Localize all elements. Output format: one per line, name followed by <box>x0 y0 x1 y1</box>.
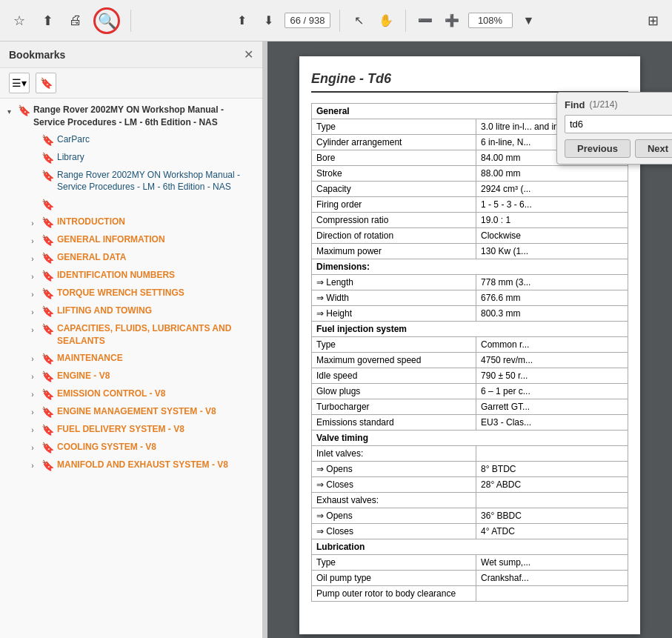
bookmark-intro-icon: 🔖 <box>41 216 54 228</box>
find-next-button[interactable]: Next <box>635 139 672 158</box>
row-exclose-label: ⇒ Closes <box>312 524 476 539</box>
table-row: ⇒ Width 676.6 mm <box>312 290 628 306</box>
section-dims-label: Dimensions: <box>312 259 628 275</box>
row-oilpump-value: Crankshaf... <box>476 571 628 586</box>
bookmark-torque[interactable]: › 🔖 TORQUE WRENCH SETTINGS <box>0 285 262 302</box>
row-lubtype-value: Wet sump,... <box>476 555 628 571</box>
toolbar: ☆ ⬆ 🖨 🔍 ⬆ ⬇ 66 / 938 ↖ ✋ ➖ ➕ 108% ▼ ⊞ <box>0 0 672 41</box>
bookmark-intro[interactable]: › 🔖 INTRODUCTION <box>0 213 262 231</box>
table-row: Oil pump type Crankshaf... <box>312 571 628 586</box>
page-info[interactable]: 66 / 938 <box>285 13 330 28</box>
bookmark-root-label: Range Rover 2002MY ON Workshop Manual - … <box>33 104 256 129</box>
bookmark-gendata-icon: 🔖 <box>41 252 54 264</box>
section-fuel: Fuel injection system <box>312 322 628 337</box>
toggle-enginev8[interactable]: › <box>27 371 39 383</box>
cursor-icon[interactable]: ↖ <box>349 10 370 31</box>
bookmark-root[interactable]: ▾ 🔖 Range Rover 2002MY ON Workshop Manua… <box>0 102 262 131</box>
page-title: Engine - Td6 <box>311 71 628 93</box>
table-row: Direction of rotation Clockwise <box>312 228 628 244</box>
bookmark-enginev8[interactable]: › 🔖 ENGINE - V8 <box>0 368 262 385</box>
bookmark-library[interactable]: 🔖 Library <box>0 149 262 167</box>
bookmark-carparc[interactable]: 🔖 CarParc <box>0 131 262 149</box>
row-exopen-value: 36° BBDC <box>476 508 628 524</box>
page-title-model: Td6 <box>367 71 391 86</box>
zoom-dropdown-icon[interactable]: ▼ <box>519 10 539 31</box>
sidebar-title: Bookmarks <box>9 49 65 61</box>
toggle-emission[interactable]: › <box>27 389 39 401</box>
row-inopen-value: 8° BTDC <box>476 462 628 477</box>
row-power-label: Maximum power <box>312 244 476 259</box>
section-lub-label: Lubrication <box>316 542 365 552</box>
toggle-fuel[interactable]: › <box>27 425 39 436</box>
upload-icon[interactable]: ⬆ <box>37 10 58 31</box>
hand-icon[interactable]: ✋ <box>376 10 396 31</box>
bookmark-lifting-label: LIFTING AND TOWING <box>57 305 152 317</box>
main-area: Bookmarks ✕ ☰▾ 🔖 ▾ 🔖 Range Rover 2002MY … <box>0 41 672 638</box>
row-rot-label: Direction of rotation <box>312 228 476 244</box>
row-stroke-value: 88.00 mm <box>476 166 628 182</box>
row-power-value: 130 Kw (1... <box>476 244 628 259</box>
bookmark-capacities-label: CAPACITIES, FLUIDS, LUBRICANTS AND SEALA… <box>57 322 256 348</box>
separator-2 <box>339 10 340 32</box>
bookmark-gendata[interactable]: › 🔖 GENERAL DATA <box>0 249 262 267</box>
search-icon[interactable]: 🔍 <box>93 7 120 34</box>
toggle-idnumbers[interactable]: › <box>27 270 39 282</box>
bookmark-emission-label: EMISSION CONTROL - V8 <box>57 388 165 400</box>
bookmark-geninfo[interactable]: › 🔖 GENERAL INFORMATION <box>0 231 262 249</box>
bookmark-fuel[interactable]: › 🔖 FUEL DELIVERY SYSTEM - V8 <box>0 421 262 439</box>
page-current: 66 <box>290 15 300 26</box>
sidebar-content: ▾ 🔖 Range Rover 2002MY ON Workshop Manua… <box>0 99 262 638</box>
sidebar-toggle-icon[interactable]: ⊞ <box>642 10 663 31</box>
bookmark-engmgmt[interactable]: › 🔖 ENGINE MANAGEMENT SYSTEM - V8 <box>0 403 262 421</box>
row-wid-value: 676.6 mm <box>476 290 628 306</box>
bookmark-emission[interactable]: › 🔖 EMISSION CONTROL - V8 <box>0 385 262 403</box>
toggle-root[interactable]: ▾ <box>3 105 15 117</box>
bookmark-maintenance[interactable]: › 🔖 MAINTENANCE <box>0 350 262 368</box>
sidebar-view-btn[interactable]: ☰▾ <box>9 73 30 93</box>
row-pumpclear-value <box>476 586 628 602</box>
bookmark-blank[interactable]: 🔖 <box>0 196 262 213</box>
toggle-engmgmt[interactable]: › <box>27 407 39 419</box>
toggle-cooling[interactable]: › <box>27 442 39 454</box>
spec-table: General Type 3.0 litre in-l... and inter… <box>311 103 628 602</box>
bookmark-engmgmt-label: ENGINE MANAGEMENT SYSTEM - V8 <box>57 405 216 418</box>
bookmark-idnumbers[interactable]: › 🔖 IDENTIFICATION NUMBERS <box>0 267 262 285</box>
zoom-out-icon[interactable]: ➖ <box>415 10 436 31</box>
section-valve-label: Valve timing <box>316 433 368 443</box>
bookmark-capacities[interactable]: › 🔖 CAPACITIES, FLUIDS, LUBRICANTS AND S… <box>0 320 262 350</box>
toggle-blank <box>27 199 39 211</box>
toggle-gendata[interactable]: › <box>27 253 39 265</box>
bookmark-carparc-icon: 🔖 <box>41 134 54 146</box>
zoom-level[interactable]: 108% <box>468 13 513 28</box>
find-previous-button[interactable]: Previous <box>565 139 631 158</box>
bookmark-icon[interactable]: ☆ <box>9 10 30 31</box>
toggle-manifold[interactable]: › <box>27 460 39 472</box>
nav-down-icon[interactable]: ⬇ <box>258 10 279 31</box>
sidebar-close-button[interactable]: ✕ <box>244 47 253 62</box>
table-row: Type Common r... <box>312 337 628 353</box>
pdf-area: Find (1/214) ✕ ⚙ Previous Next Engine - … <box>267 41 672 638</box>
sidebar-bookmark-btn[interactable]: 🔖 <box>36 73 56 93</box>
row-exclose-value: 4° ATDC <box>476 524 628 539</box>
toggle-torque[interactable]: › <box>27 288 39 300</box>
find-title: Find <box>565 99 585 110</box>
bookmark-lifting[interactable]: › 🔖 LIFTING AND TOWING <box>0 302 262 320</box>
bookmark-manifold[interactable]: › 🔖 MANIFOLD AND EXHAUST SYSTEM - V8 <box>0 456 262 474</box>
toggle-capacities[interactable]: › <box>27 324 39 336</box>
row-rot-value: Clockwise <box>476 228 628 244</box>
bookmark-engmgmt-icon: 🔖 <box>41 406 54 418</box>
zoom-in-icon[interactable]: ➕ <box>442 10 462 31</box>
bookmark-manifold-icon: 🔖 <box>41 459 54 471</box>
print-icon[interactable]: 🖨 <box>65 10 86 31</box>
bookmark-rrmanual[interactable]: 🔖 Range Rover 2002MY ON Workshop Manual … <box>0 167 262 196</box>
toggle-maintenance[interactable]: › <box>27 353 39 365</box>
row-type-label: Type <box>312 119 476 135</box>
nav-up-icon[interactable]: ⬆ <box>231 10 252 31</box>
find-input[interactable] <box>565 115 672 133</box>
bookmark-fuel-label: FUEL DELIVERY SYSTEM - V8 <box>57 423 184 436</box>
toggle-lifting[interactable]: › <box>27 306 39 318</box>
bookmark-cooling[interactable]: › 🔖 COOLING SYSTEM - V8 <box>0 439 262 456</box>
toggle-intro[interactable]: › <box>27 217 39 229</box>
toggle-geninfo[interactable]: › <box>27 235 39 247</box>
row-comp-label: Compression ratio <box>312 213 476 228</box>
